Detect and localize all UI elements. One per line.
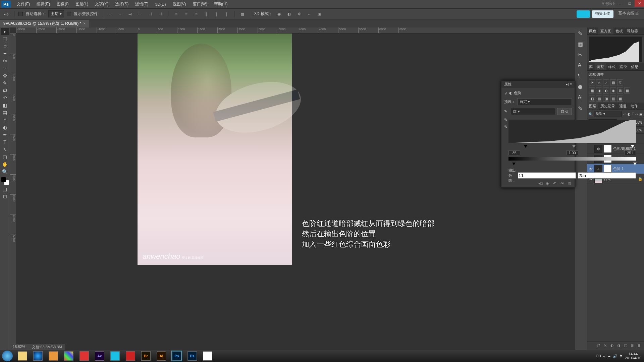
dist-bottom-icon[interactable]: ≡ <box>193 10 200 18</box>
cloud-icon[interactable] <box>577 10 590 18</box>
align-top-icon[interactable]: ⫠ <box>106 10 114 18</box>
zoom-value[interactable]: 15.82% <box>13 345 25 349</box>
delete-adj-icon[interactable]: 🗑 <box>568 181 573 186</box>
app-icon[interactable] <box>49 351 58 361</box>
shape-tool[interactable]: ▢ <box>1 154 9 160</box>
input-slider[interactable] <box>508 145 636 149</box>
menu-edit[interactable]: 编辑(E) <box>33 1 53 7</box>
tray-icon[interactable]: 🔊 <box>613 354 618 358</box>
pen-tool[interactable]: ✒ <box>1 131 9 138</box>
group-icon[interactable]: ▢ <box>624 343 629 349</box>
maximize-button[interactable]: □ <box>625 0 634 7</box>
menu-window[interactable]: 窗口(W) <box>190 1 211 7</box>
path-tool[interactable]: ↖ <box>1 146 9 153</box>
ai-icon[interactable]: Ai <box>157 351 166 361</box>
app-icon[interactable] <box>126 351 135 361</box>
screenmode-icon[interactable]: ⊡ <box>1 193 9 200</box>
start-button[interactable] <box>2 351 13 361</box>
auto-align-icon[interactable]: ▦ <box>238 10 246 18</box>
canvas-area[interactable]: -3000-2500-2000-1500-1000-50005001000150… <box>10 27 575 350</box>
tab-adjustments[interactable]: 调整 <box>595 63 606 70</box>
gray-eyedropper-icon[interactable]: ✎ <box>504 118 507 122</box>
white-eyedropper-icon[interactable]: ✎ <box>504 125 507 129</box>
menu-select[interactable]: 选择(S) <box>112 1 132 7</box>
tab-actions[interactable]: 动作 <box>629 103 640 110</box>
adj-vibrance-icon[interactable]: ▽ <box>617 79 623 85</box>
filter-img-icon[interactable]: ▭ <box>623 112 626 116</box>
output-slider[interactable] <box>508 163 636 167</box>
panel-menu-icon[interactable]: ▸| ≡ <box>566 82 572 86</box>
type-tool[interactable]: T <box>1 139 9 145</box>
tray-icon[interactable]: ⚑ <box>620 354 623 358</box>
tab-layers[interactable]: 图层 <box>587 103 598 110</box>
br-icon[interactable]: Br <box>141 351 151 361</box>
stamp-tool[interactable]: ☊ <box>1 87 9 94</box>
app-icon[interactable] <box>79 351 89 361</box>
tab-color[interactable]: 颜色 <box>587 27 598 35</box>
char-panel-icon[interactable]: A <box>578 62 585 69</box>
prev-state-icon[interactable]: ◉ <box>546 181 551 186</box>
adj-colbal-icon[interactable]: ◑ <box>596 87 602 94</box>
auto-select-dropdown[interactable]: 图层 ▾ <box>48 10 64 17</box>
adjlayer-icon[interactable]: ◑ <box>617 343 623 349</box>
auto-select-checkbox[interactable] <box>18 12 23 16</box>
tab-histogram[interactable]: 直方图 <box>598 27 613 35</box>
adj-bw-icon[interactable]: ◐ <box>603 87 609 94</box>
adj-invert-icon[interactable]: ◧ <box>589 96 595 102</box>
layer-filter-dropdown[interactable]: 类型 ▾ <box>594 111 622 117</box>
channel-dropdown[interactable]: 红 ▾ <box>511 108 555 115</box>
gradient-tool[interactable]: ▤ <box>1 109 9 116</box>
tab-history[interactable]: 历史记录 <box>598 103 617 110</box>
menu-help[interactable]: 帮助(H) <box>211 1 231 7</box>
trash-icon[interactable]: 🗑 <box>637 343 643 349</box>
clone-source-icon[interactable]: ✂ <box>578 52 585 58</box>
align-left-icon[interactable]: ⊢ <box>137 10 144 18</box>
3d-slide-icon[interactable]: ↔ <box>306 10 313 18</box>
adj-selcol-icon[interactable]: ▦ <box>617 96 623 102</box>
menu-type[interactable]: 文字(Y) <box>92 1 112 7</box>
menu-image[interactable]: 图像(I) <box>53 1 72 7</box>
brush-panel-icon[interactable]: ✎ <box>578 30 585 37</box>
newlayer-icon[interactable]: ⊞ <box>631 343 636 349</box>
align-vcenter-icon[interactable]: ⫨ <box>116 10 124 18</box>
clip-icon[interactable]: ▾□ <box>538 181 544 186</box>
hand-tool[interactable]: ✋ <box>1 161 9 168</box>
filter-smart-icon[interactable]: ▣ <box>639 112 642 116</box>
ps-icon[interactable]: Ps <box>187 351 197 361</box>
adj-exposure-icon[interactable]: ▤ <box>610 79 616 85</box>
align-right-icon[interactable]: ⊣ <box>157 10 164 18</box>
app-icon[interactable] <box>64 351 73 361</box>
wand-tool[interactable]: ✦ <box>1 50 9 57</box>
tab-styles[interactable]: 样式 <box>606 63 618 70</box>
tab-channels[interactable]: 通道 <box>617 103 629 110</box>
adj-curves-icon[interactable]: ⟋ <box>603 79 609 85</box>
fx-icon[interactable]: fx <box>604 343 609 349</box>
close-tab-icon[interactable]: × <box>83 21 86 26</box>
move-tool[interactable]: ▸ <box>1 28 9 35</box>
menu-file[interactable]: 文件(F) <box>13 1 33 7</box>
dist-right-icon[interactable]: ‖ <box>223 10 230 18</box>
close-button[interactable]: ✕ <box>635 0 644 7</box>
para-panel-icon[interactable]: ¶ <box>578 73 585 80</box>
clock-time[interactable]: 14:44 <box>625 352 641 356</box>
toggle-vis-icon[interactable]: 👁 <box>560 181 566 186</box>
align-hcenter-icon[interactable]: ⊣ <box>147 10 154 18</box>
input-white[interactable] <box>624 150 636 155</box>
clock-date[interactable]: 2016/4/16 <box>625 356 641 360</box>
browser-icon[interactable] <box>33 351 43 361</box>
dodge-tool[interactable]: ◐ <box>1 124 9 131</box>
input-black[interactable] <box>508 150 520 155</box>
filter-shape-icon[interactable]: ▱ <box>635 112 638 116</box>
measure-panel-icon[interactable]: A| <box>578 95 585 101</box>
dist-hcenter-icon[interactable]: ‖ <box>213 10 220 18</box>
lasso-tool[interactable]: ⟃ <box>1 43 9 50</box>
filter-adj-icon[interactable]: ◐ <box>628 112 631 116</box>
ime-indicator[interactable]: CH <box>596 354 601 358</box>
marquee-tool[interactable]: ⬚ <box>1 36 9 42</box>
upload-button[interactable]: 拍摄上传 <box>592 10 613 18</box>
adj-hue-icon[interactable]: ▦ <box>589 87 595 94</box>
doc-info[interactable]: 文档:63.3M/63.3M <box>32 345 62 349</box>
align-bottom-icon[interactable]: ⫥ <box>126 10 134 18</box>
show-transform-checkbox[interactable] <box>67 12 71 16</box>
brush-presets-icon[interactable]: ▦ <box>578 41 585 48</box>
